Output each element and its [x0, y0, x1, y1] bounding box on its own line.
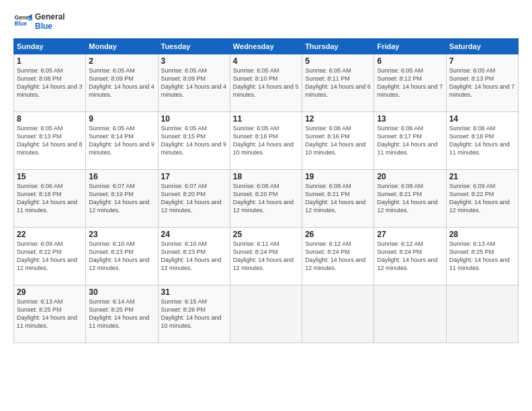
day-info: Sunrise: 6:05 AM Sunset: 8:08 PM Dayligh… [17, 66, 83, 99]
day-info: Sunrise: 6:08 AM Sunset: 8:20 PM Dayligh… [233, 182, 299, 215]
calendar-cell [374, 285, 446, 342]
calendar-cell: 5 Sunrise: 6:05 AM Sunset: 8:11 PM Dayli… [302, 54, 374, 111]
day-info: Sunrise: 6:09 AM Sunset: 8:22 PM Dayligh… [17, 240, 83, 273]
calendar-week-3: 15 Sunrise: 6:06 AM Sunset: 8:18 PM Dayl… [14, 169, 519, 227]
day-info: Sunrise: 6:14 AM Sunset: 8:25 PM Dayligh… [89, 298, 154, 330]
day-number: 20 [377, 172, 443, 181]
day-info: Sunrise: 6:10 AM Sunset: 8:23 PM Dayligh… [89, 240, 154, 273]
day-number: 10 [161, 114, 227, 124]
calendar: SundayMondayTuesdayWednesdayThursdayFrid… [13, 38, 519, 343]
header-cell-sunday: Sunday [14, 38, 86, 54]
day-number: 8 [17, 114, 83, 124]
day-info: Sunrise: 6:10 AM Sunset: 8:23 PM Dayligh… [161, 240, 227, 273]
day-number: 27 [377, 230, 443, 239]
day-number: 12 [305, 114, 371, 124]
calendar-cell: 4 Sunrise: 6:05 AM Sunset: 8:10 PM Dayli… [230, 54, 302, 111]
day-info: Sunrise: 6:13 AM Sunset: 8:25 PM Dayligh… [449, 240, 515, 273]
day-number: 19 [305, 172, 371, 181]
day-info: Sunrise: 6:05 AM Sunset: 8:11 PM Dayligh… [305, 66, 371, 99]
header-cell-friday: Friday [374, 38, 446, 54]
day-number: 14 [449, 114, 515, 124]
calendar-body: 1 Sunrise: 6:05 AM Sunset: 8:08 PM Dayli… [14, 54, 519, 342]
day-info: Sunrise: 6:06 AM Sunset: 8:17 PM Dayligh… [377, 124, 443, 157]
calendar-cell: 2 Sunrise: 6:05 AM Sunset: 8:09 PM Dayli… [86, 54, 158, 111]
header-cell-tuesday: Tuesday [158, 38, 230, 54]
day-number: 23 [89, 230, 154, 239]
calendar-cell: 15 Sunrise: 6:06 AM Sunset: 8:18 PM Dayl… [14, 169, 86, 227]
calendar-cell: 6 Sunrise: 6:05 AM Sunset: 8:12 PM Dayli… [374, 54, 446, 111]
day-info: Sunrise: 6:13 AM Sunset: 8:25 PM Dayligh… [17, 298, 83, 330]
day-number: 22 [17, 230, 83, 239]
day-number: 16 [89, 172, 154, 181]
calendar-cell [446, 285, 518, 342]
day-number: 2 [89, 56, 154, 66]
calendar-week-5: 29 Sunrise: 6:13 AM Sunset: 8:25 PM Dayl… [14, 285, 519, 342]
calendar-cell: 20 Sunrise: 6:08 AM Sunset: 8:21 PM Dayl… [374, 169, 446, 227]
calendar-cell: 8 Sunrise: 6:05 AM Sunset: 8:13 PM Dayli… [14, 111, 86, 169]
calendar-cell: 1 Sunrise: 6:05 AM Sunset: 8:08 PM Dayli… [14, 54, 86, 111]
page: General Blue General Blue SundayMondayTu… [0, 0, 532, 411]
day-info: Sunrise: 6:07 AM Sunset: 8:19 PM Dayligh… [89, 182, 154, 215]
day-number: 9 [89, 114, 154, 124]
calendar-cell [302, 285, 374, 342]
day-number: 4 [233, 56, 299, 66]
day-info: Sunrise: 6:06 AM Sunset: 8:16 PM Dayligh… [305, 124, 371, 157]
day-info: Sunrise: 6:06 AM Sunset: 8:18 PM Dayligh… [449, 124, 515, 157]
calendar-cell: 16 Sunrise: 6:07 AM Sunset: 8:19 PM Dayl… [86, 169, 158, 227]
calendar-cell: 24 Sunrise: 6:10 AM Sunset: 8:23 PM Dayl… [158, 227, 230, 285]
calendar-cell: 3 Sunrise: 6:05 AM Sunset: 8:09 PM Dayli… [158, 54, 230, 111]
day-info: Sunrise: 6:09 AM Sunset: 8:22 PM Dayligh… [449, 182, 515, 215]
calendar-cell: 11 Sunrise: 6:05 AM Sunset: 8:16 PM Dayl… [230, 111, 302, 169]
calendar-cell: 9 Sunrise: 6:05 AM Sunset: 8:14 PM Dayli… [86, 111, 158, 169]
calendar-cell: 7 Sunrise: 6:05 AM Sunset: 8:13 PM Dayli… [446, 54, 518, 111]
header-cell-saturday: Saturday [446, 38, 518, 54]
calendar-week-4: 22 Sunrise: 6:09 AM Sunset: 8:22 PM Dayl… [14, 227, 519, 285]
day-number: 11 [233, 114, 299, 124]
day-info: Sunrise: 6:07 AM Sunset: 8:20 PM Dayligh… [161, 182, 227, 215]
day-info: Sunrise: 6:05 AM Sunset: 8:13 PM Dayligh… [17, 124, 83, 157]
header: General Blue General Blue [13, 12, 519, 32]
logo-text: General Blue [35, 12, 65, 32]
day-info: Sunrise: 6:05 AM Sunset: 8:09 PM Dayligh… [89, 66, 154, 99]
day-number: 5 [305, 56, 371, 66]
day-info: Sunrise: 6:15 AM Sunset: 8:26 PM Dayligh… [161, 298, 227, 330]
calendar-cell: 18 Sunrise: 6:08 AM Sunset: 8:20 PM Dayl… [230, 169, 302, 227]
day-number: 1 [17, 56, 83, 66]
day-number: 3 [161, 56, 227, 66]
day-info: Sunrise: 6:11 AM Sunset: 8:24 PM Dayligh… [233, 240, 299, 273]
calendar-cell: 13 Sunrise: 6:06 AM Sunset: 8:17 PM Dayl… [374, 111, 446, 169]
day-info: Sunrise: 6:05 AM Sunset: 8:14 PM Dayligh… [89, 124, 154, 157]
calendar-cell: 29 Sunrise: 6:13 AM Sunset: 8:25 PM Dayl… [14, 285, 86, 342]
day-number: 15 [17, 172, 83, 181]
calendar-cell: 26 Sunrise: 6:12 AM Sunset: 8:24 PM Dayl… [302, 227, 374, 285]
day-number: 26 [305, 230, 371, 239]
calendar-cell: 12 Sunrise: 6:06 AM Sunset: 8:16 PM Dayl… [302, 111, 374, 169]
logo-icon: General Blue [13, 12, 32, 31]
calendar-cell [230, 285, 302, 342]
day-number: 21 [449, 172, 515, 181]
header-cell-wednesday: Wednesday [230, 38, 302, 54]
header-cell-monday: Monday [86, 38, 158, 54]
svg-text:Blue: Blue [15, 21, 28, 28]
calendar-cell: 28 Sunrise: 6:13 AM Sunset: 8:25 PM Dayl… [446, 227, 518, 285]
calendar-week-2: 8 Sunrise: 6:05 AM Sunset: 8:13 PM Dayli… [14, 111, 519, 169]
day-number: 6 [377, 56, 443, 66]
day-info: Sunrise: 6:06 AM Sunset: 8:18 PM Dayligh… [17, 182, 83, 215]
day-number: 17 [161, 172, 227, 181]
calendar-cell: 21 Sunrise: 6:09 AM Sunset: 8:22 PM Dayl… [446, 169, 518, 227]
calendar-week-1: 1 Sunrise: 6:05 AM Sunset: 8:08 PM Dayli… [14, 54, 519, 111]
day-info: Sunrise: 6:05 AM Sunset: 8:09 PM Dayligh… [161, 66, 227, 99]
day-number: 18 [233, 172, 299, 181]
day-number: 24 [161, 230, 227, 239]
day-number: 13 [377, 114, 443, 124]
day-number: 7 [449, 56, 515, 66]
day-info: Sunrise: 6:05 AM Sunset: 8:10 PM Dayligh… [233, 66, 299, 99]
calendar-cell: 17 Sunrise: 6:07 AM Sunset: 8:20 PM Dayl… [158, 169, 230, 227]
day-number: 29 [17, 287, 83, 297]
calendar-cell: 25 Sunrise: 6:11 AM Sunset: 8:24 PM Dayl… [230, 227, 302, 285]
logo: General Blue General Blue [13, 12, 65, 32]
calendar-cell: 23 Sunrise: 6:10 AM Sunset: 8:23 PM Dayl… [86, 227, 158, 285]
day-number: 28 [449, 230, 515, 239]
day-number: 31 [161, 287, 227, 297]
day-info: Sunrise: 6:12 AM Sunset: 8:24 PM Dayligh… [305, 240, 371, 273]
